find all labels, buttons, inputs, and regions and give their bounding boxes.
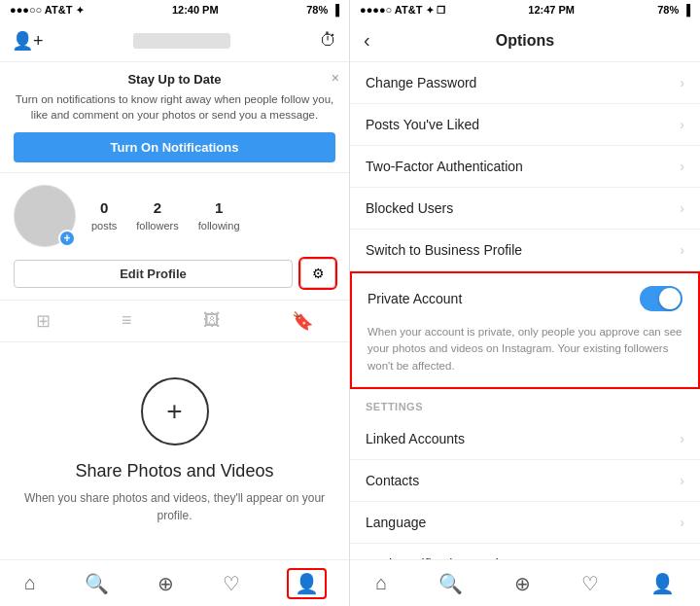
chevron-right-icon: ›: [680, 242, 684, 258]
chevron-right-icon: ›: [680, 431, 684, 446]
right-panel: ●●●●○ AT&T ✦ ❐ 12:47 PM 78% ▐ ‹ Options …: [350, 0, 700, 606]
two-factor-label: Two-Factor Authentication: [366, 159, 523, 174]
left-top-nav: 👤+ ⏱: [0, 19, 349, 62]
left-carrier: ●●●○○ AT&T: [10, 4, 72, 16]
right-search-icon: 🔍: [438, 573, 463, 594]
language-label: Language: [366, 515, 426, 530]
right-profile-nav-item[interactable]: 👤: [650, 572, 675, 595]
two-factor-item[interactable]: Two-Factor Authentication ›: [350, 146, 700, 188]
change-password-item[interactable]: Change Password ›: [350, 62, 700, 104]
add-user-icon[interactable]: 👤+: [12, 30, 44, 52]
following-stat: 1 following: [198, 199, 240, 233]
add-icon: ⊕: [158, 572, 174, 595]
settings-section-header: SETTINGS: [350, 389, 700, 418]
search-nav-item[interactable]: 🔍: [85, 572, 109, 595]
blocked-users-item[interactable]: Blocked Users ›: [350, 188, 700, 230]
private-account-label: Private Account: [368, 291, 462, 306]
right-heart-nav-item[interactable]: ♡: [581, 572, 599, 595]
left-wifi-icon: ✦: [76, 5, 84, 16]
right-add-nav-item[interactable]: ⊕: [514, 572, 531, 595]
right-status-bar: ●●●●○ AT&T ✦ ❐ 12:47 PM 78% ▐: [350, 0, 700, 19]
avatar-plus-icon[interactable]: +: [58, 230, 76, 247]
right-time: 12:47 PM: [528, 4, 575, 16]
settings-button[interactable]: ⚙: [300, 259, 335, 288]
posts-liked-item[interactable]: Posts You've Liked ›: [350, 104, 700, 146]
right-battery-icon: ▐: [682, 4, 690, 16]
home-icon: ⌂: [24, 572, 36, 594]
chevron-right-icon: ›: [680, 117, 684, 132]
empty-state: + Share Photos and Videos When you share…: [0, 342, 349, 559]
gear-icon: ⚙: [312, 266, 325, 281]
chevron-right-icon: ›: [680, 75, 684, 90]
list-tab-icon[interactable]: ≡: [122, 310, 132, 332]
linked-accounts-item[interactable]: Linked Accounts ›: [350, 418, 700, 460]
private-account-toggle[interactable]: [640, 286, 682, 311]
followers-label: followers: [136, 220, 178, 232]
grid-tab-icon[interactable]: ⊞: [36, 310, 51, 332]
right-profile-icon: 👤: [650, 573, 675, 594]
following-label: following: [198, 220, 240, 232]
chevron-right-icon: ›: [680, 200, 684, 216]
right-home-nav-item[interactable]: ⌂: [375, 572, 387, 594]
toggle-knob: [659, 288, 681, 309]
posts-count: 0: [91, 199, 117, 216]
followers-count: 2: [136, 199, 178, 216]
posts-stat: 0 posts: [91, 199, 117, 233]
left-battery-icon: ▐: [332, 4, 339, 16]
notification-banner: × Stay Up to Date Turn on notifications …: [0, 62, 349, 173]
saved-tab-icon[interactable]: 🔖: [292, 310, 313, 332]
close-notification-button[interactable]: ×: [332, 70, 339, 86]
change-password-label: Change Password: [366, 75, 476, 90]
switch-business-label: Switch to Business Profile: [366, 242, 522, 258]
heart-icon: ♡: [223, 572, 240, 595]
private-account-description: When your account is private, only peopl…: [352, 324, 698, 387]
chevron-right-icon: ›: [680, 473, 684, 488]
private-account-row: Private Account: [352, 273, 698, 324]
profile-stats: 0 posts 2 followers 1 following: [91, 199, 240, 233]
profile-nav-item[interactable]: 👤: [289, 570, 325, 597]
right-bottom-nav: ⌂ 🔍 ⊕ ♡ 👤: [350, 559, 700, 606]
tagged-tab-icon[interactable]: 🖼: [203, 310, 221, 332]
notification-desc: Turn on notifications to know right away…: [14, 91, 335, 123]
right-carrier: ●●●●○ AT&T: [360, 4, 422, 16]
linked-accounts-label: Linked Accounts: [366, 431, 465, 446]
edit-profile-button[interactable]: Edit Profile: [14, 260, 293, 288]
add-nav-item[interactable]: ⊕: [158, 572, 174, 595]
left-battery: 78%: [306, 4, 328, 16]
search-icon: 🔍: [85, 572, 109, 595]
contacts-item[interactable]: Contacts ›: [350, 460, 700, 502]
plus-icon: +: [166, 396, 182, 427]
switch-business-item[interactable]: Switch to Business Profile ›: [350, 230, 700, 271]
chevron-right-icon: ›: [680, 159, 684, 174]
home-nav-item[interactable]: ⌂: [24, 572, 36, 594]
left-panel: ●●●○○ AT&T ✦ 12:40 PM 78% ▐ 👤+ ⏱ × Stay …: [0, 0, 350, 606]
profile-actions: Edit Profile ⚙: [0, 259, 349, 300]
following-count: 1: [198, 199, 240, 216]
posts-label: posts: [91, 220, 117, 232]
posts-liked-label: Posts You've Liked: [366, 117, 479, 132]
private-account-section: Private Account When your account is pri…: [350, 271, 700, 389]
notification-title: Stay Up to Date: [14, 72, 335, 87]
right-search-nav-item[interactable]: 🔍: [438, 572, 463, 595]
options-list: Change Password › Posts You've Liked › T…: [350, 62, 700, 559]
profile-icon: 👤: [295, 572, 319, 595]
heart-nav-item[interactable]: ♡: [223, 572, 240, 595]
left-bottom-nav: ⌂ 🔍 ⊕ ♡ 👤: [0, 559, 349, 606]
left-time: 12:40 PM: [172, 4, 219, 16]
add-photo-circle[interactable]: +: [141, 377, 209, 446]
blocked-users-label: Blocked Users: [366, 200, 453, 216]
history-icon[interactable]: ⏱: [320, 30, 337, 51]
back-button[interactable]: ‹: [364, 29, 370, 52]
content-tabs: ⊞ ≡ 🖼 🔖: [0, 300, 349, 342]
right-home-icon: ⌂: [375, 572, 387, 593]
contacts-label: Contacts: [366, 473, 419, 488]
right-battery: 78%: [657, 4, 679, 16]
empty-desc: When you share photos and videos, they'l…: [19, 489, 330, 524]
chevron-right-icon: ›: [680, 515, 684, 530]
right-wifi-icon: ✦ ❐: [426, 5, 445, 16]
right-heart-icon: ♡: [581, 573, 599, 594]
push-notifications-item[interactable]: Push Notification Settings ›: [350, 544, 700, 559]
turn-on-notifications-button[interactable]: Turn On Notifications: [14, 132, 335, 162]
options-header: ‹ Options: [350, 19, 700, 62]
language-item[interactable]: Language ›: [350, 502, 700, 544]
